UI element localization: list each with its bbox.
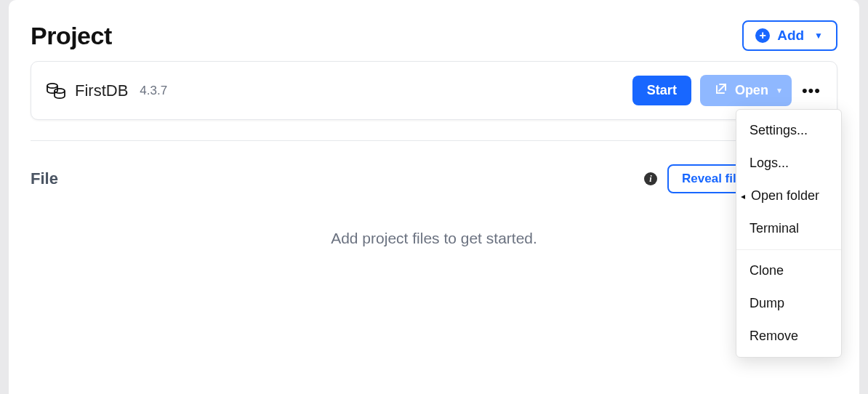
- menu-logs[interactable]: Logs...: [736, 147, 841, 180]
- project-version: 4.3.7: [140, 84, 167, 98]
- menu-item-label: Logs...: [750, 156, 789, 170]
- add-button-label: Add: [777, 28, 804, 44]
- info-icon[interactable]: i: [644, 172, 657, 185]
- database-icon: [46, 81, 66, 101]
- project-name: FirstDB: [75, 81, 128, 100]
- start-button[interactable]: Start: [632, 76, 691, 105]
- chevron-left-icon: ◂: [741, 191, 745, 201]
- menu-dump[interactable]: Dump: [736, 287, 841, 320]
- more-horizontal-icon: •••: [802, 81, 821, 100]
- plus-circle-icon: +: [755, 28, 770, 43]
- menu-item-label: Open folder: [751, 188, 819, 203]
- menu-remove[interactable]: Remove: [736, 320, 841, 353]
- open-arrow-icon: [715, 82, 728, 99]
- more-button[interactable]: •••: [800, 79, 822, 103]
- menu-settings[interactable]: Settings...: [736, 114, 841, 147]
- menu-divider: [736, 249, 841, 250]
- menu-item-label: Remove: [750, 329, 798, 343]
- menu-item-label: Clone: [750, 263, 784, 278]
- menu-item-label: Terminal: [750, 221, 799, 236]
- open-button-label: Open: [735, 83, 768, 98]
- header-row: Project + Add ▼: [31, 0, 837, 61]
- page-title: Project: [31, 22, 112, 50]
- file-section-header: File i Reveal files in Finder ▼: [31, 141, 837, 193]
- app-window: Project + Add ▼ FirstDB 4.3.7 Start: [9, 0, 859, 394]
- project-card-left: FirstDB 4.3.7: [46, 81, 167, 101]
- menu-item-label: Dump: [750, 296, 784, 310]
- menu-terminal[interactable]: Terminal: [736, 212, 841, 245]
- svg-point-0: [47, 83, 57, 87]
- menu-clone[interactable]: Clone: [736, 254, 841, 287]
- add-button[interactable]: + Add ▼: [742, 20, 837, 51]
- file-heading: File: [31, 169, 58, 188]
- empty-state-text: Add project files to get started.: [31, 230, 837, 247]
- chevron-down-icon: ▼: [776, 87, 783, 95]
- open-button[interactable]: Open ▼: [700, 75, 792, 106]
- project-card-right: Start Open ▼ •••: [632, 75, 822, 106]
- menu-item-label: Settings...: [750, 123, 808, 137]
- project-card: FirstDB 4.3.7 Start Open ▼ •••: [31, 61, 837, 120]
- chevron-down-icon: ▼: [814, 31, 823, 41]
- more-context-menu: Settings...Logs...◂Open folderTerminal C…: [736, 109, 842, 358]
- svg-point-1: [55, 88, 65, 92]
- menu-open-folder[interactable]: ◂Open folder: [736, 180, 841, 212]
